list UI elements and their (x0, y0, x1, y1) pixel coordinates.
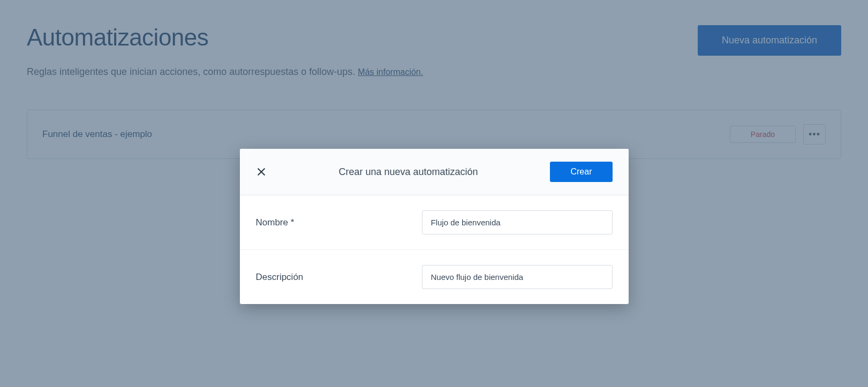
create-button[interactable]: Crear (550, 162, 612, 182)
close-icon (256, 166, 267, 177)
close-button[interactable] (256, 166, 267, 177)
form-row-name: Nombre * (240, 195, 629, 250)
modal-overlay[interactable]: Crear una nueva automatización Crear Nom… (0, 0, 868, 387)
modal-title: Crear una nueva automatización (267, 166, 550, 178)
description-input[interactable] (422, 265, 613, 289)
modal-header: Crear una nueva automatización Crear (240, 149, 629, 195)
name-input[interactable] (422, 210, 613, 234)
description-label: Descripción (256, 272, 422, 283)
create-automation-modal: Crear una nueva automatización Crear Nom… (240, 149, 629, 304)
name-label: Nombre * (256, 217, 422, 228)
form-row-description: Descripción (240, 250, 629, 304)
modal-body: Nombre * Descripción (240, 195, 629, 304)
